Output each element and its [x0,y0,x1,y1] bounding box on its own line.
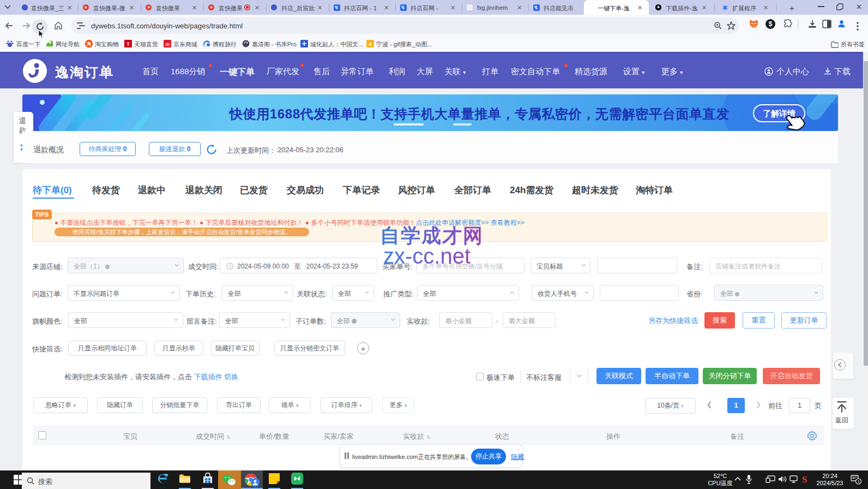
svg-text:淘: 淘 [86,41,91,46]
svg-text:JD: JD [165,43,170,46]
svg-text:1: 1 [858,479,860,484]
svg-text:T: T [126,41,130,47]
svg-text:S: S [802,474,807,485]
